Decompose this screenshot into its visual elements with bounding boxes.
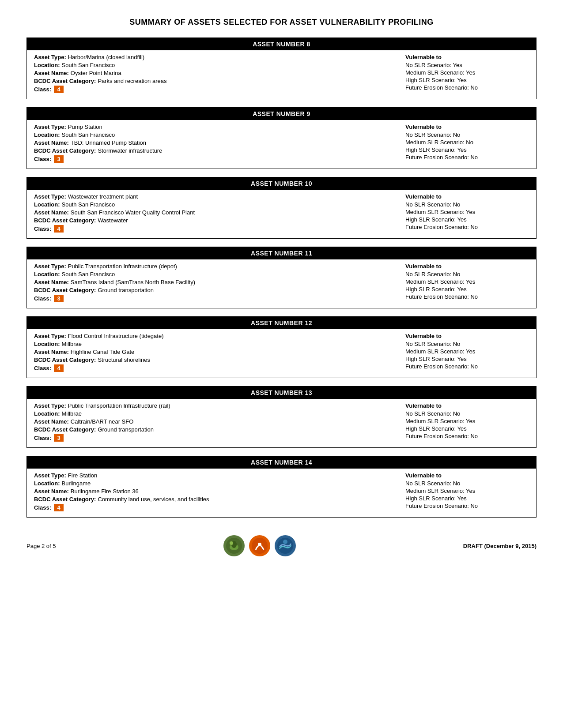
vuln-title: Vulernable to: [405, 124, 529, 130]
asset-block-asset11: ASSET NUMBER 11 Asset Type: Public Trans…: [26, 247, 537, 308]
page-title: SUMMARY OF ASSETS SELECTED FOR ASSET VUL…: [26, 18, 537, 27]
asset-name-value: Burlingame Fire Station 36: [71, 488, 139, 495]
asset-type-value: Fire Station: [68, 472, 97, 479]
asset-location-value: South San Francisco: [62, 62, 115, 68]
asset-class-badge: 4: [54, 86, 64, 93]
asset-bcdc-label: BCDC Asset Category:: [34, 356, 96, 363]
asset-name-row: Asset Name: TBD: Unnamed Pump Station: [34, 139, 388, 146]
footer: Page 2 of 5 DRAFT (De: [26, 531, 537, 556]
asset-location-label: Location:: [34, 62, 60, 68]
asset-right-asset13: Vulernable to No SLR Scenario: No Medium…: [397, 402, 529, 443]
asset-body-asset13: Asset Type: Public Transportation Infras…: [27, 399, 536, 447]
asset-type-row: Asset Type: Fire Station: [34, 472, 388, 479]
asset-bcdc-value: Wastewater: [98, 217, 128, 224]
asset-bcdc-label: BCDC Asset Category:: [34, 217, 96, 224]
asset-name-label: Asset Name:: [34, 418, 69, 425]
svg-point-3: [230, 541, 233, 545]
asset-bcdc-label: BCDC Asset Category:: [34, 287, 96, 293]
svg-point-7: [283, 540, 287, 544]
vuln-title: Vulernable to: [405, 193, 529, 200]
asset-name-label: Asset Name:: [34, 139, 69, 146]
asset-location-value: Burlingame: [62, 480, 91, 487]
footer-logos: [223, 535, 296, 556]
asset-type-row: Asset Type: Public Transportation Infras…: [34, 402, 388, 409]
vuln-high-slr: High SLR Scenario: Yes: [405, 146, 529, 153]
vuln-high-slr: High SLR Scenario: Yes: [405, 425, 529, 432]
asset-class-label: Class:: [34, 435, 51, 441]
asset-body-asset11: Asset Type: Public Transportation Infras…: [27, 259, 536, 308]
asset-left-asset8: Asset Type: Harbor/Marina (closed landfi…: [34, 54, 388, 94]
asset-name-value: Highline Canal Tide Gate: [71, 349, 135, 355]
asset-class-badge: 3: [54, 434, 64, 442]
vuln-title: Vulernable to: [405, 333, 529, 339]
asset-class-label: Class:: [34, 225, 51, 232]
asset-name-label: Asset Name:: [34, 279, 69, 285]
asset-name-label: Asset Name:: [34, 70, 69, 76]
asset-bcdc-value: Parks and recreation areas: [98, 78, 166, 84]
asset-location-row: Location: Millbrae: [34, 410, 388, 417]
asset-header-asset12: ASSET NUMBER 12: [27, 317, 536, 329]
vuln-med-slr: Medium SLR Scenario: Yes: [405, 488, 529, 494]
asset-block-asset10: ASSET NUMBER 10 Asset Type: Wastewater t…: [26, 177, 537, 239]
asset-bcdc-row: BCDC Asset Category: Structural shorelin…: [34, 356, 388, 363]
vuln-no-slr: No SLR Scenario: No: [405, 131, 529, 138]
vuln-future-erosion: Future Erosion Scenario: No: [405, 503, 529, 509]
vuln-med-slr: Medium SLR Scenario: Yes: [405, 278, 529, 285]
asset-type-label: Asset Type:: [34, 193, 66, 200]
asset-block-asset12: ASSET NUMBER 12 Asset Type: Flood Contro…: [26, 316, 537, 378]
asset-class-row: Class: 4: [34, 504, 388, 511]
asset-type-value: Wastewater treatment plant: [68, 193, 138, 200]
vuln-future-erosion: Future Erosion Scenario: No: [405, 433, 529, 439]
vuln-high-slr: High SLR Scenario: Yes: [405, 356, 529, 362]
vuln-med-slr: Medium SLR Scenario: Yes: [405, 348, 529, 355]
asset-type-value: Public Transportation Infrastructure (ra…: [68, 402, 170, 409]
asset-location-row: Location: South San Francisco: [34, 62, 388, 68]
asset-location-row: Location: South San Francisco: [34, 201, 388, 208]
asset-location-value: South San Francisco: [62, 201, 115, 208]
vuln-no-slr: No SLR Scenario: Yes: [405, 62, 529, 68]
asset-type-value: Public Transportation Infrastructure (de…: [68, 263, 177, 270]
asset-bcdc-row: BCDC Asset Category: Community land use,…: [34, 496, 388, 503]
asset-header-asset14: ASSET NUMBER 14: [27, 456, 536, 469]
vuln-title: Vulernable to: [405, 263, 529, 270]
asset-block-asset9: ASSET NUMBER 9 Asset Type: Pump Station …: [26, 107, 537, 169]
asset-class-label: Class:: [34, 365, 51, 372]
vuln-no-slr: No SLR Scenario: No: [405, 410, 529, 417]
asset-name-label: Asset Name:: [34, 488, 69, 495]
asset-right-asset11: Vulernable to No SLR Scenario: No Medium…: [397, 263, 529, 304]
asset-type-row: Asset Type: Wastewater treatment plant: [34, 193, 388, 200]
vuln-high-slr: High SLR Scenario: Yes: [405, 286, 529, 293]
asset-name-value: Caltrain/BART near SFO: [71, 418, 134, 425]
vuln-future-erosion: Future Erosion Scenario: No: [405, 224, 529, 230]
asset-location-label: Location:: [34, 201, 60, 208]
asset-right-asset12: Vulernable to No SLR Scenario: No Medium…: [397, 333, 529, 373]
vuln-high-slr: High SLR Scenario: Yes: [405, 77, 529, 83]
asset-bcdc-label: BCDC Asset Category:: [34, 496, 96, 503]
asset-bcdc-row: BCDC Asset Category: Ground transportati…: [34, 287, 388, 293]
asset-location-value: Millbrae: [62, 410, 82, 417]
asset-left-asset14: Asset Type: Fire Station Location: Burli…: [34, 472, 388, 513]
vuln-title: Vulernable to: [405, 54, 529, 60]
asset-class-row: Class: 4: [34, 86, 388, 93]
asset-class-badge: 3: [54, 295, 64, 302]
asset-bcdc-value: Ground transportation: [98, 426, 153, 433]
asset-location-label: Location:: [34, 271, 60, 278]
asset-location-value: South San Francisco: [62, 271, 115, 278]
assets-container: ASSET NUMBER 8 Asset Type: Harbor/Marina…: [26, 38, 537, 518]
asset-block-asset14: ASSET NUMBER 14 Asset Type: Fire Station…: [26, 456, 537, 518]
asset-right-asset9: Vulernable to No SLR Scenario: No Medium…: [397, 124, 529, 164]
asset-body-asset8: Asset Type: Harbor/Marina (closed landfi…: [27, 50, 536, 99]
vuln-title: Vulernable to: [405, 402, 529, 409]
vuln-no-slr: No SLR Scenario: No: [405, 341, 529, 347]
asset-location-row: Location: Burlingame: [34, 480, 388, 487]
asset-type-label: Asset Type:: [34, 333, 66, 339]
vuln-med-slr: Medium SLR Scenario: No: [405, 139, 529, 146]
asset-type-label: Asset Type:: [34, 472, 66, 479]
vuln-high-slr: High SLR Scenario: Yes: [405, 495, 529, 502]
vuln-no-slr: No SLR Scenario: No: [405, 480, 529, 487]
asset-class-badge: 4: [54, 364, 64, 372]
asset-type-row: Asset Type: Pump Station: [34, 124, 388, 130]
asset-name-row: Asset Name: Burlingame Fire Station 36: [34, 488, 388, 495]
asset-header-asset8: ASSET NUMBER 8: [27, 38, 536, 50]
asset-type-label: Asset Type:: [34, 54, 66, 60]
